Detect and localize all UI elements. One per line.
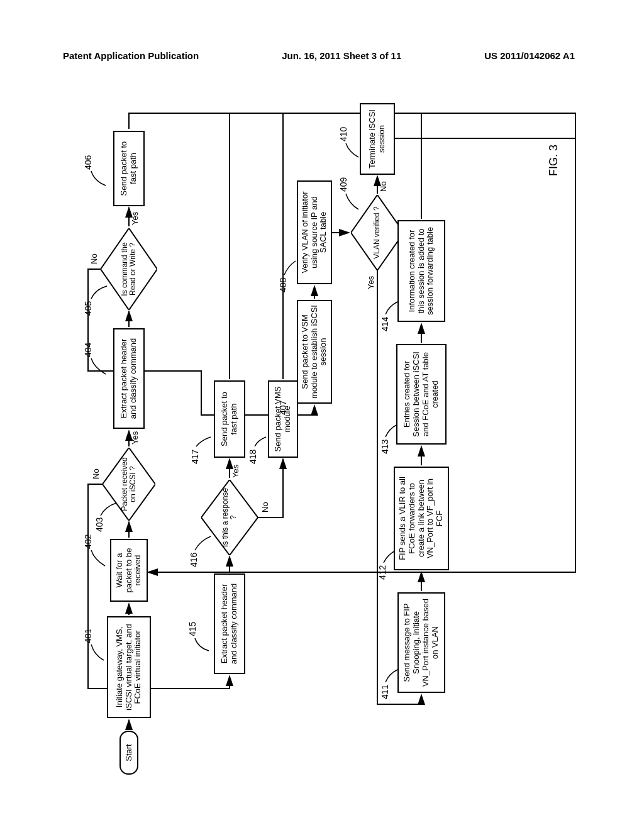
header-right: US 2011/0142062 A1 [484,50,575,61]
box-415: Extract packet header and classify comma… [214,573,245,674]
num-416: 416 [189,553,199,567]
num-402: 402 [83,534,93,549]
num-413: 413 [380,440,390,454]
num-417: 417 [190,450,200,464]
num-401: 401 [83,629,93,643]
yes-409: Yes [366,276,375,289]
diamond-403: Packet received on iSCSI ? [103,448,155,521]
diamond-409: VLAN verified ? [351,195,404,270]
num-410: 410 [338,127,348,141]
header-left: Patent Application Publication [63,50,199,61]
box-406: Send packet to fast path [113,131,145,206]
diamond-405: Is command the Read or Write ? [101,228,157,310]
yes-403: Yes [130,431,140,445]
box-417: Send packet to fast path [214,380,245,458]
num-405: 405 [83,301,93,316]
no-405: No [89,253,99,264]
box-408: Verify VLAN of initiator using source IP… [297,180,332,284]
box-413: Entries created for Session between iSCS… [396,344,447,445]
box-410: Terminate iSCSI session [360,103,395,175]
box-414: Information created for this session is … [397,220,445,322]
box-404: Extract packet header and classify comma… [113,328,145,429]
no-403: No [91,468,101,479]
start-terminal: Start [119,731,138,775]
num-414: 414 [380,317,390,331]
num-404: 404 [83,343,93,357]
num-409: 409 [338,177,348,192]
num-411: 411 [380,685,390,699]
yes-405: Yes [130,212,140,225]
figure-label: FIG. 3 [547,145,560,176]
diamond-416: Is this a response ? [201,480,258,555]
num-412: 412 [377,565,387,580]
no-416: No [260,502,270,512]
yes-416: Yes [231,465,240,478]
flowchart: Start Initiate gateway, VMS, iSCSI virtu… [69,101,579,755]
no-409: No [379,181,388,192]
box-411: Send message to FIP Snooping, initiate V… [397,592,445,693]
box-407: Send packet to VSM module to establish i… [297,300,332,404]
num-408: 408 [278,278,288,292]
num-415: 415 [187,622,197,636]
num-403: 403 [94,517,104,532]
header-center: Jun. 16, 2011 Sheet 3 of 11 [282,50,401,61]
box-401: Initiate gateway, VMS, iSCSI virtual tar… [107,616,151,718]
num-406: 406 [83,155,93,170]
box-418: Send packet VMS module [268,380,298,458]
box-412: FIP sends a VLIR to all FCoE forwarders … [394,467,449,570]
box-402: Wait for a packet to be received [110,539,148,602]
num-418: 418 [248,450,258,464]
num-407: 407 [278,401,288,415]
